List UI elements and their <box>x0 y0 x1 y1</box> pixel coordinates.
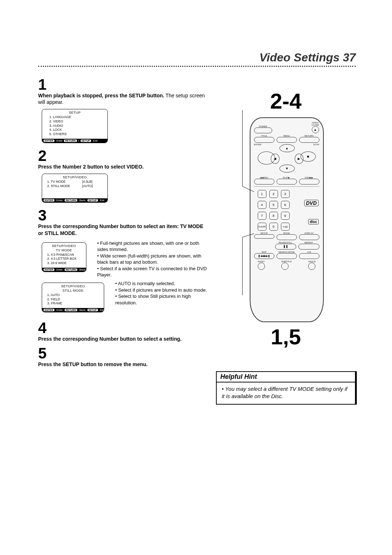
clear-button[interactable]: CLEAR <box>258 223 266 231</box>
num-1-button[interactable]: 1 <box>258 190 266 198</box>
rev-button[interactable] <box>254 179 274 185</box>
step-4-text: Press the corresponding Number button to… <box>38 336 209 342</box>
subtitle-button[interactable] <box>281 263 289 270</box>
repeat-button[interactable] <box>298 244 319 250</box>
display-button[interactable] <box>299 234 319 240</box>
pause-still-button[interactable]: ❚❚ <box>275 244 296 250</box>
remote-column: 2-4 POWER OPEN/ CLOSE ▲ <box>216 74 356 405</box>
num-8-button[interactable]: 8 <box>269 212 278 220</box>
hint-title: Helpful Hint <box>217 372 355 382</box>
step-4-number: 4 <box>38 320 209 336</box>
dpad: ■ ▲ ▼ ◀ ▶ <box>269 144 305 173</box>
osd-video-body: 1. TV MODE[4:3LB] 2. STILL MODE[AUTO] <box>42 180 107 198</box>
num-7-button[interactable]: 7 <box>258 212 266 220</box>
dpad-right[interactable]: ▶ <box>295 154 303 164</box>
step-1-text: When playback is stopped, press the SETU… <box>38 92 209 105</box>
osd-video: SETUP/VIDEO 1. TV MODE[4:3LB] 2. STILL M… <box>42 174 108 203</box>
angle-button[interactable] <box>308 263 315 270</box>
step-5-number: 5 <box>38 346 209 361</box>
osd-setup: SETUP 1. LANGUAGE 2. VIDEO 3. AUDIO 4. L… <box>42 109 108 143</box>
osd-setup-title: SETUP <box>42 109 107 115</box>
dvd-logo-icon: DVD <box>304 200 319 206</box>
num-5-button[interactable]: 5 <box>269 201 278 209</box>
divider-dots <box>38 66 356 67</box>
manual-page: Video Settings 37 1 When playback is sto… <box>0 0 392 419</box>
num-2-button[interactable]: 2 <box>269 190 278 198</box>
dpad-left[interactable]: ◀ <box>271 154 279 164</box>
return-button[interactable] <box>299 137 319 143</box>
dpad-up[interactable]: ▲ <box>279 144 295 152</box>
skip-button[interactable]: ❚◀◀ ▶▶❚ <box>254 253 274 259</box>
hint-body: • You may select a different TV MODE set… <box>217 382 355 404</box>
osd-setup-footer: ENTER:Enter RETURN/ SETUP:Exit <box>42 139 107 143</box>
open-close-button[interactable]: ▲ <box>312 126 319 133</box>
osd-tvmode: SETUP/VIDEO TV MODE 1. 4:3 PAN&SCAN 2. 4… <box>42 242 86 272</box>
title-button[interactable] <box>254 137 274 143</box>
audio-button[interactable] <box>258 263 265 270</box>
step-1-number: 1 <box>38 77 209 92</box>
num-0-button[interactable]: 0 <box>269 223 278 231</box>
helpful-hint-box: Helpful Hint • You may select a differen… <box>216 371 356 405</box>
fwd-button[interactable] <box>299 179 319 185</box>
step-2-text: Press the Number 2 button to select VIDE… <box>38 163 209 170</box>
play-button[interactable] <box>277 179 297 185</box>
num-9-button[interactable]: 9 <box>281 212 290 220</box>
osd-video-title: SETUP/VIDEO <box>42 174 107 180</box>
step-3-text: Press the corresponding Number button to… <box>38 223 209 236</box>
plus10-button[interactable]: +10 <box>281 223 290 231</box>
num-3-button[interactable]: 3 <box>281 190 290 198</box>
osd-video-footer: ENTER:Enter, RETURN:Back, SETUP:Exit <box>42 198 107 202</box>
dpad-down[interactable]: ▼ <box>279 165 295 173</box>
osd-stillmode-footer: ENTER:Enter, RETURN:Back, SETUP:Exit <box>42 308 104 312</box>
osd-tvmode-footer: ENTER:Enter, RETURN:Back, SETUP:Exit <box>42 268 86 272</box>
number-pad: 1 2 3 4 5 6 7 8 9 CLEAR 0 +10 <box>258 190 290 231</box>
step-3-number: 3 <box>38 208 209 223</box>
step-5-text: Press the SETUP button to remove the men… <box>38 361 209 368</box>
tvmode-notes: Full-height pictures are shown, with one… <box>97 240 209 278</box>
num-6-button[interactable]: 6 <box>281 201 290 209</box>
osd-stillmode: SETUP/VIDEO STILL MODE 1. AUTO 2. FIELD … <box>42 283 104 312</box>
menu-button[interactable] <box>277 137 297 143</box>
label-open-close: OPEN/ CLOSE <box>311 122 319 126</box>
page-title: Video Settings 37 <box>38 51 356 64</box>
remote-illustration: POWER OPEN/ CLOSE ▲ TITLE <box>250 117 324 322</box>
stillmode-notes: AUTO is normally selected. Select if pic… <box>115 280 209 306</box>
ab-button[interactable] <box>299 253 319 259</box>
num-4-button[interactable]: 4 <box>258 201 266 209</box>
mode-button[interactable] <box>277 234 297 240</box>
callout-line-icon <box>228 226 257 299</box>
search-mode-button[interactable] <box>277 253 297 259</box>
step-2-number: 2 <box>38 148 209 163</box>
callout-1-5: 1,5 <box>216 324 356 349</box>
setup-button[interactable] <box>254 234 274 239</box>
osd-setup-body: 1. LANGUAGE 2. VIDEO 3. AUDIO 4. LOCK 5.… <box>42 115 107 138</box>
cd-logo-icon: disc <box>308 219 318 224</box>
callout-line-icon <box>228 106 257 194</box>
instructions-column: 1 When playback is stopped, press the SE… <box>38 74 209 405</box>
